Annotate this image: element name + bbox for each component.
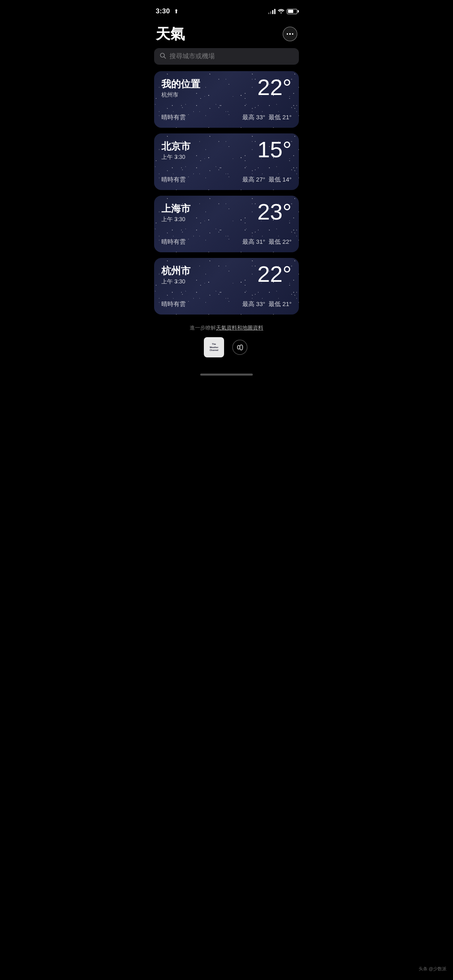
search-placeholder: 搜尋城市或機場 — [169, 52, 215, 61]
city-sub: 上午 3:30 — [161, 278, 191, 285]
temp-range: 最高 33° 最低 21° — [242, 114, 292, 121]
page-title: 天氣 — [156, 24, 184, 44]
battery-icon — [287, 9, 297, 14]
temp-range: 最高 33° 最低 21° — [242, 300, 292, 308]
status-icons — [268, 8, 297, 15]
weather-description: 晴時有雲 — [161, 300, 186, 308]
card-location: 北京市 上午 3:30 — [161, 140, 191, 161]
footer: 進一步瞭解天氣資料和地圖資料 TheWeatherChannel — [148, 315, 305, 370]
weather-card-beijing[interactable]: 北京市 上午 3:30 15° 晴時有雲 最高 27° 最低 14° — [154, 133, 299, 190]
temp-range: 最高 27° 最低 14° — [242, 176, 292, 184]
card-bottom: 晴時有雲 最高 27° 最低 14° — [161, 176, 292, 184]
city-name: 上海市 — [161, 202, 191, 215]
header: 天氣 — [148, 20, 305, 48]
weather-card-shanghai[interactable]: 上海市 上午 3:30 23° 晴時有雲 最高 31° 最低 22° — [154, 196, 299, 252]
city-sub: 上午 3:30 — [161, 216, 191, 223]
weather-card-my-location[interactable]: 我的位置 杭州市 22° 晴時有雲 最高 33° 最低 21° — [154, 71, 299, 128]
card-top: 杭州市 上午 3:30 22° — [161, 264, 292, 285]
card-top: 上海市 上午 3:30 23° — [161, 202, 292, 223]
card-location: 杭州市 上午 3:30 — [161, 264, 191, 285]
temp-range: 最高 31° 最低 22° — [242, 238, 292, 246]
temperature: 15° — [257, 138, 292, 161]
status-bar: 3:30 ⬆ — [148, 0, 305, 20]
weather-description: 晴時有雲 — [161, 114, 186, 121]
search-icon — [160, 53, 166, 61]
card-top: 北京市 上午 3:30 15° — [161, 140, 292, 161]
city-sub: 上午 3:30 — [161, 154, 191, 161]
card-bottom: 晴時有雲 最高 33° 最低 21° — [161, 300, 292, 308]
weather-description: 晴時有雲 — [161, 176, 186, 184]
card-location: 我的位置 杭州市 — [161, 78, 200, 99]
card-top: 我的位置 杭州市 22° — [161, 78, 292, 99]
footer-link[interactable]: 天氣資料和地圖資料 — [216, 325, 263, 331]
svg-line-1 — [164, 57, 166, 58]
signal-icon — [268, 8, 275, 14]
search-bar[interactable]: 搜尋城市或機場 — [154, 48, 299, 65]
home-indicator — [200, 374, 253, 376]
footer-text: 進一步瞭解天氣資料和地圖資料 — [156, 324, 297, 332]
status-time: 3:30 — [156, 7, 170, 15]
city-name: 杭州市 — [161, 264, 191, 277]
card-bottom: 晴時有雲 最高 33° 最低 21° — [161, 114, 292, 121]
card-location: 上海市 上午 3:30 — [161, 202, 191, 223]
weather-channel-logo[interactable]: TheWeatherChannel — [204, 337, 224, 357]
city-name: 我的位置 — [161, 78, 200, 91]
spiral-logo[interactable] — [231, 338, 249, 357]
city-sub: 杭州市 — [161, 91, 200, 99]
location-icon: ⬆ — [174, 8, 179, 15]
more-button[interactable] — [283, 27, 297, 41]
weather-card-hangzhou[interactable]: 杭州市 上午 3:30 22° 晴時有雲 最高 33° 最低 21° — [154, 258, 299, 315]
city-name: 北京市 — [161, 140, 191, 153]
wifi-icon — [278, 8, 284, 15]
more-dots-icon — [287, 33, 294, 35]
search-container: 搜尋城市或機場 — [148, 48, 305, 71]
temperature: 22° — [257, 263, 292, 285]
footer-logos: TheWeatherChannel — [156, 337, 297, 357]
weather-description: 晴時有雲 — [161, 238, 186, 246]
cards-container: 我的位置 杭州市 22° 晴時有雲 最高 33° 最低 21° 北京市 上午 3… — [148, 71, 305, 315]
temperature: 23° — [257, 201, 292, 223]
card-bottom: 晴時有雲 最高 31° 最低 22° — [161, 238, 292, 246]
temperature: 22° — [257, 76, 292, 99]
